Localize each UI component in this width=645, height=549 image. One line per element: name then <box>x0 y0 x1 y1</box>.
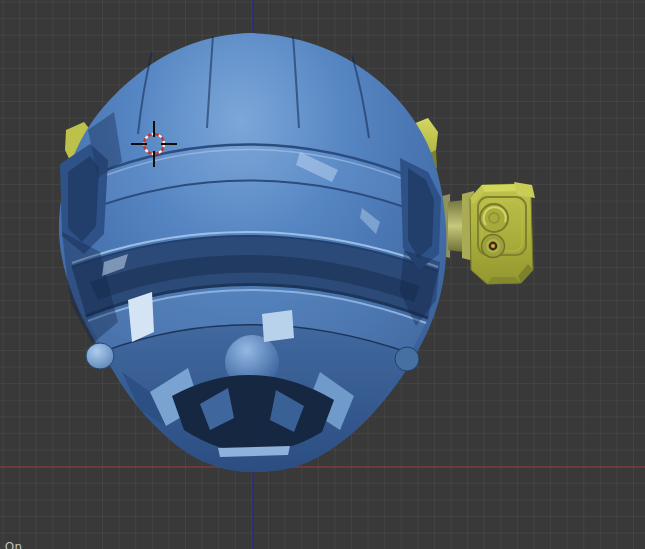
accessory-mount-neck <box>448 200 464 252</box>
object-origin-dot <box>490 243 496 249</box>
helmet-knob-left <box>86 343 114 369</box>
scene-canvas <box>0 0 645 549</box>
viewport-3d[interactable]: d On <box>0 0 645 549</box>
accessory-box-bottom-bevel <box>487 277 521 284</box>
viewport-overlay-text: d On <box>0 540 22 549</box>
helmet-specular-center <box>262 310 294 342</box>
helmet-knob-right <box>395 347 419 371</box>
model-helmet[interactable] <box>59 33 447 472</box>
